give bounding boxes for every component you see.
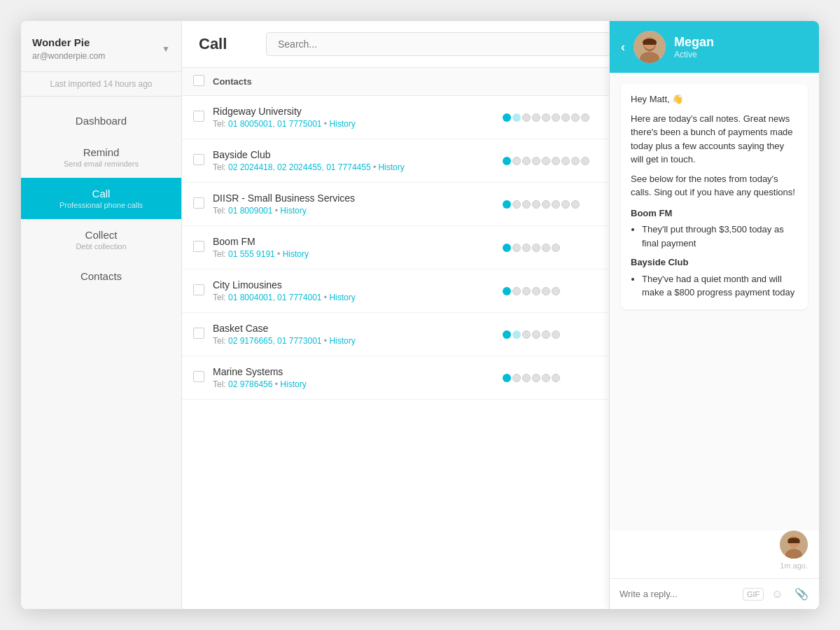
- sidebar-collect-sub: Debt collection: [32, 242, 170, 251]
- dot-empty: [532, 200, 540, 209]
- contact-tel: Tel: 01 8004001, 01 7774001 • History: [213, 293, 503, 302]
- phone-link[interactable]: 01 555 9191: [228, 249, 275, 259]
- dot-empty: [561, 157, 570, 165]
- dot-empty: [522, 113, 531, 122]
- row-checkbox[interactable]: [193, 371, 204, 382]
- status-dots: [503, 244, 560, 252]
- dot-empty: [512, 244, 521, 252]
- dot-half: [512, 113, 521, 122]
- phone-link[interactable]: 02 9176665: [228, 336, 272, 346]
- sidebar-remind-sub: Send email reminders: [32, 160, 170, 168]
- history-link[interactable]: History: [329, 336, 355, 346]
- phone-link[interactable]: 01 7774455: [326, 162, 370, 172]
- row-checkbox[interactable]: [193, 284, 204, 295]
- row-checkbox[interactable]: [193, 328, 204, 339]
- gif-button[interactable]: GIF: [743, 588, 764, 601]
- chat-header: ‹ Megan Active: [610, 21, 819, 73]
- history-link[interactable]: History: [329, 293, 355, 302]
- phone-link[interactable]: 02 2024418: [228, 162, 272, 172]
- history-link[interactable]: History: [329, 119, 355, 129]
- dot-empty: [552, 244, 560, 252]
- dot-empty: [552, 330, 560, 339]
- dot-empty: [542, 330, 550, 339]
- account-name: Wonder Pie: [32, 36, 90, 48]
- dot-filled: [503, 157, 511, 165]
- contact-tel: Tel: 02 9176665, 01 7773001 • History: [213, 336, 503, 346]
- dot-filled: [503, 200, 511, 209]
- dot-empty: [532, 287, 540, 295]
- phone-link[interactable]: 01 7773001: [277, 336, 321, 346]
- section-1-company: Boom FM: [631, 206, 798, 220]
- chat-reply-input[interactable]: [620, 589, 737, 599]
- chat-messages: Hey Matt, 👋 Here are today's call notes.…: [610, 73, 819, 531]
- dot-empty: [532, 330, 540, 339]
- dot-empty: [512, 200, 521, 209]
- sidebar-item-collect[interactable]: Collect Debt collection: [21, 219, 181, 260]
- dot-empty: [571, 200, 580, 209]
- dot-empty: [581, 113, 589, 122]
- chat-message: Hey Matt, 👋 Here are today's call notes.…: [621, 84, 808, 309]
- sidebar-contacts-label: Contacts: [32, 270, 170, 282]
- section-2-company: Bayside Club: [631, 255, 798, 270]
- dot-filled: [503, 374, 511, 382]
- contact-tel: Tel: 02 2024418, 02 2024455, 01 7774455 …: [213, 162, 503, 172]
- attach-button[interactable]: 📎: [791, 586, 812, 602]
- status-dots: [503, 374, 560, 382]
- dot-empty: [552, 287, 560, 295]
- main-content: Call Credits Remaining: 87 Contacts NZ$2…: [182, 21, 819, 609]
- history-link[interactable]: History: [280, 206, 306, 216]
- dot-empty: [522, 157, 531, 165]
- status-dots: [503, 157, 589, 165]
- phone-link[interactable]: 01 7774001: [277, 293, 321, 302]
- status-dots: [503, 113, 589, 122]
- chat-back-button[interactable]: ‹: [621, 40, 625, 55]
- phone-link[interactable]: 02 2024455: [277, 162, 321, 172]
- dot-empty: [542, 157, 550, 165]
- emoji-button[interactable]: ☺: [768, 587, 786, 602]
- row-checkbox[interactable]: [193, 197, 204, 209]
- last-imported: Last imported 14 hours ago: [21, 72, 181, 97]
- section-1-note: They'll put through $3,500 today as fina…: [642, 223, 798, 250]
- message-greeting: Hey Matt, 👋: [631, 92, 798, 106]
- dot-filled: [503, 287, 511, 295]
- dot-empty: [552, 200, 560, 209]
- contact-name: Boom FM: [213, 236, 503, 247]
- dot-empty: [532, 157, 540, 165]
- sidebar-call-sub: Professional phone calls: [32, 201, 170, 209]
- dot-filled: [503, 113, 511, 122]
- phone-link[interactable]: 01 8005001: [228, 119, 272, 129]
- dot-empty: [552, 157, 560, 165]
- phone-link[interactable]: 01 7775001: [277, 119, 321, 129]
- header-checkbox[interactable]: [193, 75, 204, 86]
- history-link[interactable]: History: [280, 379, 306, 389]
- sidebar-item-dashboard[interactable]: Dashboard: [21, 105, 181, 136]
- account-section[interactable]: Wonder Pie ar@wonderpie.com ▼: [21, 21, 181, 72]
- dot-empty: [512, 157, 521, 165]
- dot-empty: [552, 374, 560, 382]
- sidebar-collect-label: Collect: [32, 229, 170, 241]
- row-checkbox[interactable]: [193, 241, 204, 252]
- dot-empty: [542, 200, 550, 209]
- contact-name: DIISR - Small Business Services: [213, 192, 503, 204]
- sidebar-dashboard-label: Dashboard: [32, 115, 170, 127]
- row-checkbox[interactable]: [193, 111, 204, 122]
- row-checkbox[interactable]: [193, 154, 204, 165]
- sidebar-item-call[interactable]: Call Professional phone calls: [21, 178, 181, 219]
- dot-empty: [512, 374, 521, 382]
- sidebar-item-contacts[interactable]: Contacts: [21, 260, 181, 292]
- dot-empty: [542, 287, 550, 295]
- dot-filled: [503, 244, 511, 252]
- chevron-down-icon: ▼: [162, 44, 170, 54]
- phone-link[interactable]: 02 9786456: [228, 379, 272, 389]
- contacts-column-header: Contacts: [213, 76, 503, 87]
- sidebar-call-label: Call: [32, 188, 170, 200]
- sidebar-item-remind[interactable]: Remind Send email reminders: [21, 136, 181, 178]
- history-link[interactable]: History: [378, 162, 404, 172]
- phone-link[interactable]: 01 8004001: [228, 293, 272, 302]
- contact-name: Basket Case: [213, 323, 503, 334]
- history-link[interactable]: History: [283, 249, 309, 259]
- section-2-note: They've had a quiet month and will make …: [642, 272, 798, 300]
- phone-link[interactable]: 01 8009001: [228, 206, 272, 216]
- chat-input-icons: GIF ☺ 📎: [743, 586, 812, 602]
- dot-empty: [522, 374, 531, 382]
